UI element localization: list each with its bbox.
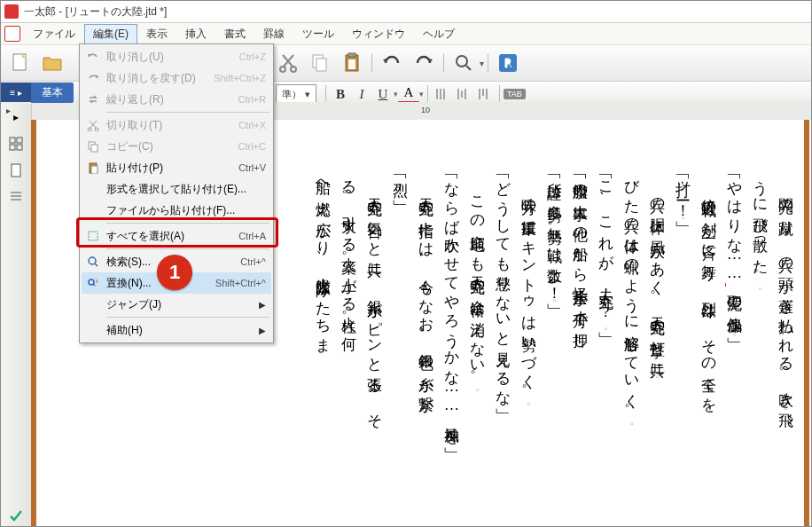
copy-button[interactable]: [306, 49, 334, 77]
menu-item-label: 取り消し(U): [106, 50, 239, 65]
text-line: る。引火する火薬。上がる火柱。何▫: [341, 169, 356, 526]
menu-item-label: コピー(C): [106, 139, 238, 154]
menu-item: コピー(C)Ctrl+C: [82, 136, 271, 157]
menu-item-label: 貼り付け(P): [106, 161, 238, 176]
mode-toggle[interactable]: ≡ ▸: [1, 83, 31, 102]
redo-icon: [85, 70, 101, 86]
zoom-button[interactable]: [449, 49, 478, 77]
menu-item[interactable]: すべてを選択(A)Ctrl+A: [82, 225, 271, 247]
menu-item-label: 切り取り(T): [106, 118, 238, 133]
menu-item-shortcut: Ctrl+C: [238, 141, 266, 152]
svg-point-8: [457, 56, 467, 67]
menu-window[interactable]: ウィンドウ: [343, 24, 414, 44]
repeat-icon: [85, 91, 101, 107]
plugin-button[interactable]: [494, 49, 522, 77]
menu-help[interactable]: ヘルプ: [414, 24, 464, 44]
open-button[interactable]: [38, 49, 66, 77]
svg-rect-18: [91, 145, 98, 152]
svg-point-2: [291, 67, 296, 72]
menu-item[interactable]: ファイルから貼り付け(F)...: [82, 200, 271, 221]
separator: [443, 54, 444, 72]
menu-item-label: 繰り返し(R): [106, 92, 238, 107]
menu-item-label: 形式を選択して貼り付け(E)...: [106, 182, 266, 197]
menu-tools[interactable]: ツール: [293, 24, 343, 44]
sidebar-lines-icon[interactable]: [6, 187, 26, 207]
menu-item-shortcut: Ctrl+V: [238, 162, 266, 173]
fontcolor-button[interactable]: A: [398, 85, 419, 104]
sidebar-page-icon[interactable]: [6, 161, 26, 180]
text-line: 兵の胴体に風穴があく。天空丸の打撃と共に▫: [650, 169, 665, 526]
sidebar-check-icon[interactable]: [6, 507, 26, 526]
svg-rect-10: [10, 138, 15, 143]
blank-icon: [85, 181, 101, 197]
ruler-mark: 10: [421, 106, 430, 114]
text-line: うに飛び散った。▫: [753, 169, 768, 526]
blank-icon: [85, 296, 101, 312]
edit-menu-dropdown: 取り消し(U)Ctrl+Z取り消しを戻す(D)Shift+Ctrl+Z繰り返し(…: [79, 43, 274, 343]
menu-item-shortcut: Ctrl+X: [238, 120, 266, 130]
svg-rect-12: [10, 145, 15, 150]
italic-button[interactable]: I: [351, 84, 372, 104]
text-line: 味方の援軍にキントゥは勢いづく。▫: [521, 169, 536, 526]
svg-point-1: [280, 67, 285, 72]
menu-edit[interactable]: 編集(E): [84, 24, 137, 44]
paste-button[interactable]: [338, 49, 366, 77]
menu-item[interactable]: ジャンプ(J)▶: [82, 294, 271, 315]
text-line: 天空丸の気合いと共に、銀糸がピンと張る。そ▫: [367, 169, 382, 526]
menu-file[interactable]: ファイル: [24, 24, 84, 44]
text-line: 「こ、これが、天空丸!?」▫: [598, 169, 613, 526]
menu-item-shortcut: Ctrl+A: [238, 231, 266, 241]
menu-border[interactable]: 罫線: [254, 24, 293, 44]
underline-button[interactable]: U: [372, 84, 394, 104]
submenu-arrow-icon: ▶: [259, 300, 266, 310]
menu-item[interactable]: 形式を選択して貼り付け(E)...: [82, 178, 271, 200]
undo-button[interactable]: [378, 49, 406, 77]
new-button[interactable]: [6, 49, 35, 77]
text-line: 「ならば吹かせてやろうかな……神風を」▫: [444, 169, 459, 526]
cut-button[interactable]: [274, 49, 302, 77]
menubar: ファイル 編集(E) 表示 挿入 書式 罫線 ツール ウィンドウ ヘルプ: [1, 23, 811, 45]
text-line: 「烈！」▫: [393, 169, 408, 526]
menu-item-label: すべてを選択(A): [106, 229, 238, 244]
bold-button[interactable]: B: [330, 84, 351, 104]
svg-rect-7: [348, 59, 355, 69]
menu-item: 取り消し(U)Ctrl+Z: [82, 46, 271, 67]
align3-button[interactable]: [474, 84, 496, 104]
fontcolor-dropdown-icon[interactable]: ▾: [419, 90, 424, 98]
separator: [325, 85, 326, 103]
sidebar-grid-icon[interactable]: [6, 134, 26, 153]
menu-item-shortcut: Ctrl+^: [240, 256, 266, 267]
tab-button[interactable]: TAB: [504, 89, 526, 99]
svg-rect-21: [89, 232, 98, 240]
text-line: この窮地にも天空丸の余裕は消えない。▫: [470, 169, 485, 526]
text-line: 接近戦の剣が一斉に舞う。烈斗は、その全てを▫: [701, 169, 716, 526]
style-dropdown[interactable]: 準）▾: [276, 84, 316, 104]
undo-icon: [85, 49, 101, 65]
page-edge-left: [31, 120, 36, 526]
align1-button[interactable]: [432, 84, 453, 104]
svg-rect-11: [17, 138, 22, 143]
style-value: 準）: [282, 88, 301, 101]
redo-button[interactable]: [410, 49, 438, 77]
menu-item-shortcut: Ctrl+R: [238, 94, 266, 105]
menu-item-label: 取り消しを戻す(D): [106, 71, 214, 86]
separator: [427, 85, 428, 103]
app-icon: [4, 4, 19, 19]
menu-item[interactable]: 貼り付け(P)Ctrl+V: [82, 157, 271, 178]
text-line: びた兵の体は蝋のように溶解していく。▫: [624, 169, 639, 526]
menu-separator: [106, 248, 269, 249]
align2-button[interactable]: [453, 84, 474, 104]
menu-item: 取り消しを戻す(D)Shift+Ctrl+Z: [82, 67, 271, 89]
zoom-dropdown-icon[interactable]: ▾: [480, 59, 484, 68]
replace-icon: [85, 275, 101, 291]
menu-view[interactable]: 表示: [137, 24, 176, 44]
copy-icon: [85, 138, 101, 154]
menu-format[interactable]: 書式: [215, 24, 254, 44]
menu-item: 切り取り(T)Ctrl+X: [82, 114, 271, 136]
menu-item-shortcut: Shift+Ctrl+Z: [214, 73, 266, 83]
menu-item[interactable]: 補助(H)▶: [82, 319, 271, 341]
mode-chip[interactable]: 基本: [31, 83, 74, 103]
menu-insert[interactable]: 挿入: [176, 24, 215, 44]
file-icon[interactable]: [4, 26, 20, 42]
text-line: 船へ燃え広がり、大艦隊はたちま▫: [316, 169, 331, 526]
